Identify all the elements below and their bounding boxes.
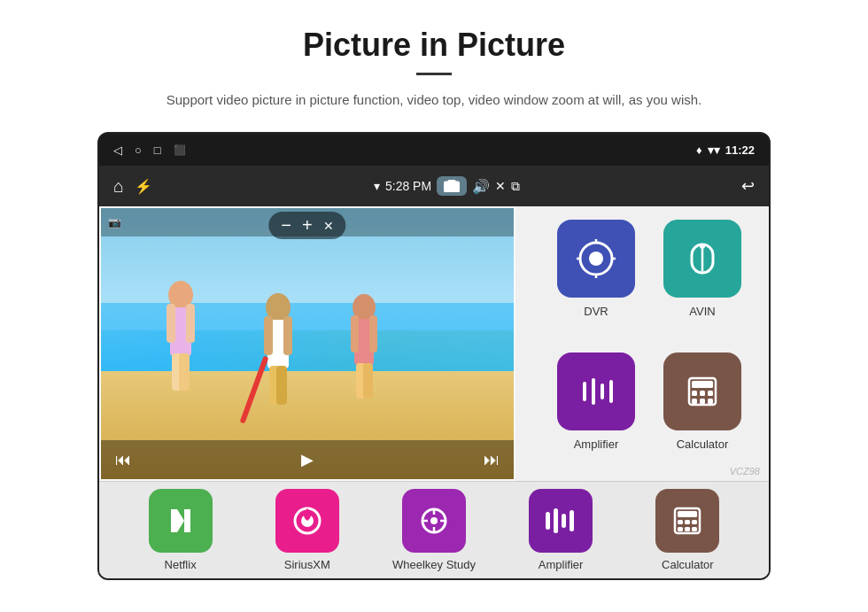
toolbar-center: ▾ 5:28 PM 🔊 ✕ ⧉ <box>374 176 520 196</box>
svg-rect-56 <box>678 527 683 531</box>
amplifier-app-icon[interactable]: Amplifier <box>547 352 645 476</box>
back-icon[interactable]: ↩ <box>741 176 755 196</box>
svg-rect-17 <box>363 363 373 399</box>
pip-play-button[interactable]: ▶ <box>301 450 314 469</box>
amplifier-bottom-icon <box>529 489 593 553</box>
dvr-app-icon[interactable]: DVR <box>547 220 645 344</box>
wheelkey-app[interactable]: Wheelkey Study <box>381 489 487 571</box>
amplifier-icon-bg <box>557 352 635 430</box>
calculator-bottom-app[interactable]: Calculator <box>634 489 740 571</box>
svg-rect-37 <box>184 509 190 532</box>
amplifier-bottom-label: Amplifier <box>539 558 584 571</box>
pip-resize-controls[interactable]: − + ✕ <box>268 212 345 239</box>
amplifier-label: Amplifier <box>574 438 619 451</box>
svg-rect-3 <box>186 304 195 343</box>
bottom-app-row: Netflix SiriusXM <box>99 481 769 578</box>
svg-rect-49 <box>562 514 566 528</box>
page-subtitle: Support video picture in picture functio… <box>167 89 701 111</box>
page-title: Picture in Picture <box>303 27 565 64</box>
main-content: 📷 − + ✕ ⏮ ▶ ⏭ <box>99 206 769 578</box>
person-1 <box>154 279 207 403</box>
siriusxm-label: SiriusXM <box>284 558 330 571</box>
home-nav-icon[interactable]: ○ <box>135 143 142 157</box>
svg-rect-55 <box>692 520 697 524</box>
svg-rect-33 <box>692 399 697 404</box>
svg-rect-36 <box>171 509 177 532</box>
calculator-bottom-label: Calculator <box>662 558 714 571</box>
svg-rect-26 <box>601 383 604 399</box>
wifi-signal-icon: ▾▾ <box>708 143 720 157</box>
toolbar-time: 5:28 PM <box>385 179 431 193</box>
volume-icon[interactable]: 🔊 <box>472 178 490 195</box>
svg-point-21 <box>700 244 705 249</box>
svg-rect-52 <box>678 511 697 517</box>
dvr-icon-svg <box>574 236 618 281</box>
wheelkey-icon-svg <box>416 503 452 538</box>
pip-window[interactable]: 📷 − + ✕ ⏮ ▶ ⏭ <box>99 206 515 481</box>
device-frame: ◁ ○ □ ⬛ ♦ ▾▾ 11:22 ⌂ ⚡ ▾ 5:28 PM <box>97 132 771 580</box>
status-time: 11:22 <box>725 143 755 157</box>
dvr-icon-bg <box>557 220 635 298</box>
toolbar-right: ↩ <box>741 176 755 196</box>
svg-rect-32 <box>708 391 713 396</box>
calculator-icon-bg <box>663 352 741 430</box>
usb-icon[interactable]: ⚡ <box>135 178 152 195</box>
svg-rect-25 <box>592 378 595 405</box>
pip-playback-controls[interactable]: ⏮ ▶ ⏭ <box>101 440 514 479</box>
svg-rect-15 <box>369 315 377 352</box>
netflix-label: Netflix <box>165 558 197 571</box>
back-nav-icon[interactable]: ◁ <box>113 143 122 157</box>
amplifier-bottom-app[interactable]: Amplifier <box>508 489 614 571</box>
svg-rect-54 <box>685 520 690 524</box>
person-2 <box>252 291 305 420</box>
svg-rect-27 <box>609 380 613 403</box>
siriusxm-icon <box>275 489 339 553</box>
location-icon: ♦ <box>696 143 702 157</box>
svg-point-19 <box>589 252 603 266</box>
netflix-app[interactable]: Netflix <box>128 489 234 571</box>
title-divider <box>416 73 452 75</box>
svg-rect-57 <box>685 527 690 531</box>
app-grid: DVR AVIN <box>547 220 751 476</box>
window-icon[interactable]: ⧉ <box>511 179 520 194</box>
svg-marker-38 <box>177 509 184 532</box>
wheelkey-icon <box>402 489 466 553</box>
status-bar-info: ♦ ▾▾ 11:22 <box>696 143 755 157</box>
siriusxm-app[interactable]: SiriusXM <box>254 489 360 571</box>
svg-rect-34 <box>700 399 705 404</box>
pip-plus-button[interactable]: + <box>302 215 313 236</box>
calculator-label: Calculator <box>677 438 729 451</box>
svg-rect-11 <box>276 366 287 405</box>
netflix-icon <box>149 489 213 553</box>
recent-nav-icon[interactable]: □ <box>154 143 161 157</box>
siriusxm-icon-svg <box>290 503 325 538</box>
calculator-bottom-icon-svg <box>670 503 705 538</box>
calculator-app-icon[interactable]: Calculator <box>654 352 751 476</box>
watermark: VCZ98 <box>730 466 760 476</box>
dvr-label: DVR <box>584 305 608 318</box>
person-3 <box>340 292 389 414</box>
close-icon[interactable]: ✕ <box>495 179 506 193</box>
svg-rect-30 <box>692 391 697 396</box>
avin-label: AVIN <box>689 305 715 318</box>
avin-icon-svg <box>681 237 724 280</box>
pip-video <box>101 208 514 479</box>
svg-rect-2 <box>167 304 175 343</box>
svg-point-42 <box>430 517 438 524</box>
screenshot-nav-icon[interactable]: ⬛ <box>174 144 186 156</box>
status-bar: ◁ ○ □ ⬛ ♦ ▾▾ 11:22 <box>99 134 769 166</box>
svg-rect-53 <box>678 520 683 524</box>
avin-app-icon[interactable]: AVIN <box>654 220 751 344</box>
home-icon[interactable]: ⌂ <box>113 176 124 197</box>
camera-button[interactable] <box>437 176 467 196</box>
status-bar-nav: ◁ ○ □ ⬛ <box>113 143 186 157</box>
toolbar-left: ⌂ ⚡ <box>113 176 152 197</box>
svg-rect-48 <box>554 508 558 533</box>
pip-close-button[interactable]: ✕ <box>323 219 334 233</box>
pip-forward-button[interactable]: ⏭ <box>484 451 500 469</box>
pip-camera-icon: 📷 <box>108 216 121 229</box>
wifi-icon: ▾ <box>374 179 380 193</box>
svg-rect-31 <box>700 391 705 396</box>
pip-rewind-button[interactable]: ⏮ <box>115 451 131 469</box>
pip-minus-button[interactable]: − <box>281 215 291 236</box>
